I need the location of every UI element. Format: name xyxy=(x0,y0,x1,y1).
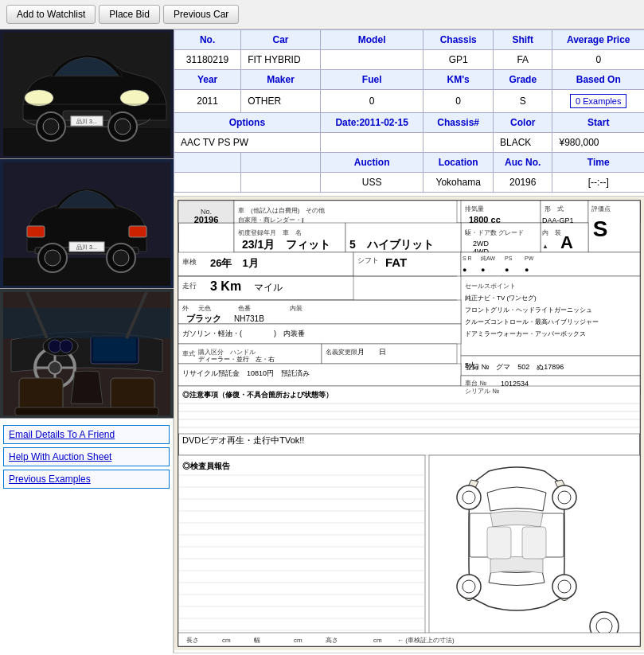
svg-rect-1 xyxy=(3,128,170,156)
email-details-link[interactable]: Email Details To A Friend xyxy=(3,425,170,444)
svg-text:シフト: シフト xyxy=(357,256,379,264)
svg-text:5　ハイブリット: 5 ハイブリット xyxy=(349,238,434,251)
svg-text:車式: 車式 xyxy=(182,350,195,357)
previous-examples-link[interactable]: Previous Examples xyxy=(3,470,170,489)
svg-text:26年　1月: 26年 1月 xyxy=(210,257,259,269)
header-blank2 xyxy=(241,153,321,173)
svg-text:登録 №　グマ　502　ぬ17896: 登録 № グマ 502 ぬ17896 xyxy=(465,363,564,371)
svg-text:名義変更限: 名義変更限 xyxy=(326,349,357,356)
cell-shift: FA xyxy=(493,50,552,70)
auction-sheet: No. 20196 車 (他記入は自費用) その他 自家用・商レンダー・( ) … xyxy=(174,196,644,653)
header-model: Model xyxy=(320,30,423,50)
svg-text:形　式: 形 式 xyxy=(544,205,564,212)
top-navigation: Add to Watchlist Place Bid Previous Car xyxy=(0,0,644,29)
svg-rect-73 xyxy=(178,252,353,276)
cell-date-empty xyxy=(320,133,423,153)
previous-car-button[interactable]: Previous Car xyxy=(163,5,239,24)
svg-text:●: ● xyxy=(463,266,466,274)
svg-text:5人: 5人 xyxy=(465,361,476,369)
header-location: Location xyxy=(423,153,494,173)
svg-text:長さ: 長さ xyxy=(186,637,199,644)
cell-fuel: 0 xyxy=(320,90,423,113)
svg-text:20196: 20196 xyxy=(194,215,219,224)
svg-text:車　(他記入は自費用)　その他: 車 (他記入は自費用) その他 xyxy=(238,207,325,214)
svg-text:走行: 走行 xyxy=(182,282,197,290)
svg-text:)　内装番: ) 内装番 xyxy=(274,329,305,337)
svg-text:外: 外 xyxy=(182,305,189,312)
svg-text:内　装: 内 装 xyxy=(542,229,561,236)
svg-text:車検: 車検 xyxy=(182,258,197,266)
svg-point-153 xyxy=(558,491,571,504)
cell-car: FIT HYBRID xyxy=(241,50,321,70)
header-car: Car xyxy=(241,30,321,50)
svg-text:▲: ▲ xyxy=(542,243,548,250)
svg-text:S R: S R xyxy=(463,255,472,261)
svg-text:シリアル №: シリアル № xyxy=(465,388,499,395)
svg-text:純正ナビ・TV (ワンセグ): 純正ナビ・TV (ワンセグ) xyxy=(465,294,537,302)
cell-blank2 xyxy=(241,173,321,193)
header-year: Year xyxy=(174,70,241,90)
header-options: Options xyxy=(174,113,321,133)
cell-kms: 0 xyxy=(423,90,494,113)
help-auction-link[interactable]: Help With Auction Sheet xyxy=(3,447,170,466)
svg-text:高さ: 高さ xyxy=(326,637,338,644)
svg-text:フロントグリル・ヘッドライトガーニッシュ: フロントグリル・ヘッドライトガーニッシュ xyxy=(465,306,592,314)
header-time: Time xyxy=(552,153,644,173)
header-date: Date:2011-02-15 xyxy=(320,113,423,133)
table-row-3: AAC TV PS PW BLACK ¥980,000 xyxy=(174,133,645,153)
cell-time: [--:--] xyxy=(552,173,644,193)
add-watchlist-button[interactable]: Add to Watchlist xyxy=(6,5,96,24)
svg-text:幅: 幅 xyxy=(254,637,260,644)
svg-text:FAT: FAT xyxy=(385,255,407,269)
svg-text:クルーズコントロール・最高ハイブリッジャー: クルーズコントロール・最高ハイブリッジャー xyxy=(465,318,599,326)
table-row-headers-3: Options Date:2011-02-15 Chassis# Color S… xyxy=(174,113,645,133)
header-auction: Auction xyxy=(320,153,423,173)
svg-rect-15 xyxy=(129,226,146,237)
svg-rect-13 xyxy=(3,258,170,286)
car-image-front[interactable]: 品川 3... xyxy=(0,29,174,159)
svg-text:3  Km: 3 Km xyxy=(210,279,241,293)
table-row-4: USS Yokohama 20196 [--:--] xyxy=(174,173,645,193)
svg-text:cm: cm xyxy=(222,637,231,644)
svg-text:NH731B: NH731B xyxy=(234,314,264,323)
svg-rect-158 xyxy=(487,527,511,559)
svg-text:← (車検証上の寸法): ← (車検証上の寸法) xyxy=(397,637,455,644)
left-sidebar: 品川 3... xyxy=(0,29,174,653)
header-shift: Shift xyxy=(493,30,552,50)
header-kms: KM's xyxy=(423,70,494,90)
svg-point-9 xyxy=(115,119,131,135)
svg-rect-14 xyxy=(27,226,45,237)
cell-auc-no: 20196 xyxy=(493,173,552,193)
svg-text:マイル: マイル xyxy=(254,282,283,293)
cell-avg-price: 0 xyxy=(552,50,644,70)
header-no: No. xyxy=(174,30,241,50)
header-chassis-hash: Chassis# xyxy=(423,113,494,133)
header-based-on: Based On xyxy=(552,70,644,90)
table-row-1: 31180219 FIT HYBRID GP1 FA 0 xyxy=(174,50,645,70)
place-bid-button[interactable]: Place Bid xyxy=(99,5,160,24)
cell-options: AAC TV PS PW xyxy=(174,133,321,153)
svg-text:品川 3...: 品川 3... xyxy=(76,119,97,124)
svg-rect-37 xyxy=(15,407,158,415)
svg-rect-131 xyxy=(178,455,425,646)
header-auc-no: Auc No. xyxy=(493,153,552,173)
svg-text:●: ● xyxy=(505,266,509,274)
car-image-rear[interactable]: 品川 3... xyxy=(0,159,174,289)
svg-point-32 xyxy=(60,340,72,353)
svg-text:S: S xyxy=(593,216,608,241)
svg-text:●: ● xyxy=(481,266,485,274)
sidebar-links: Email Details To A Friend Help With Auct… xyxy=(0,419,173,498)
svg-point-157 xyxy=(558,580,571,593)
examples-badge[interactable]: 0 Examples xyxy=(570,94,626,108)
svg-rect-34 xyxy=(93,338,136,361)
svg-text:ディーラー・並行　左・右: ディーラー・並行 左・右 xyxy=(198,356,275,363)
car-image-interior[interactable] xyxy=(0,289,174,419)
cell-year: 2011 xyxy=(174,90,241,113)
svg-text:◎注意事項（修復・不具合箇所および状態等）: ◎注意事項（修復・不具合箇所および状態等） xyxy=(182,390,333,399)
cell-blank xyxy=(174,173,241,193)
main-layout: 品川 3... xyxy=(0,29,644,653)
svg-text:純AW: 純AW xyxy=(481,255,495,261)
cell-chassis-hash-empty xyxy=(423,133,494,153)
svg-rect-38 xyxy=(3,308,170,338)
header-average-price: Average Price xyxy=(552,30,644,50)
